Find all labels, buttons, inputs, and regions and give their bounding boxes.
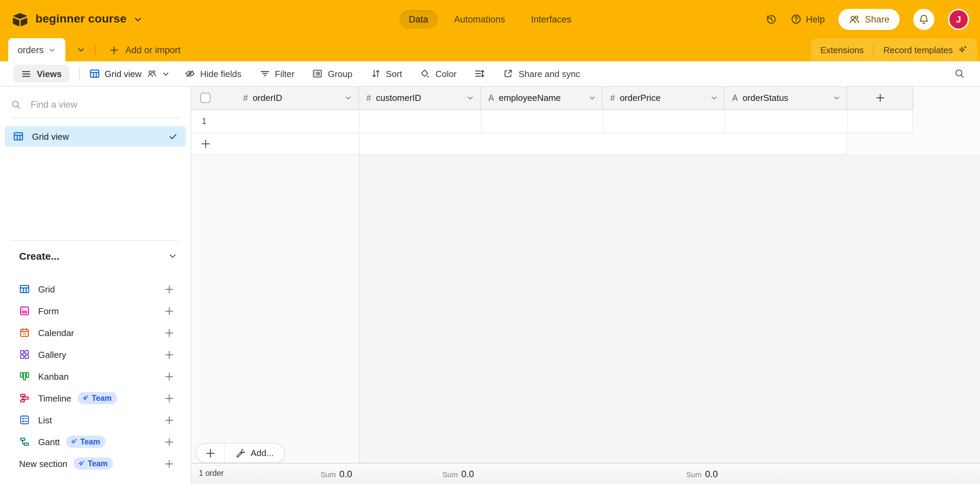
summary-value: 0.0 — [339, 469, 352, 479]
tab-data[interactable]: Data — [399, 10, 438, 28]
sidebar-view-grid-view[interactable]: Grid view — [5, 126, 186, 147]
kanban-icon — [19, 371, 30, 382]
sidebar-item-gantt[interactable]: Gantt Team — [0, 431, 191, 453]
filter-button[interactable]: Filter — [259, 68, 294, 79]
tabbar-right-divider — [873, 45, 874, 55]
table-list-chevron-icon[interactable] — [72, 38, 90, 61]
user-avatar[interactable]: J — [948, 8, 969, 30]
sidebar-item-list[interactable]: List — [0, 409, 191, 431]
current-view-button[interactable]: Grid view — [89, 68, 169, 79]
select-all-checkbox[interactable] — [200, 93, 210, 103]
tab-automations[interactable]: Automations — [444, 10, 514, 28]
share-and-sync-button[interactable]: Share and sync — [503, 68, 580, 79]
sidebar-item-timeline[interactable]: Timeline Team — [0, 387, 191, 409]
add-calendar-view-button[interactable] — [164, 327, 174, 338]
record-templates-button[interactable]: Record templates — [883, 45, 968, 55]
column-header-employeename[interactable]: A employeeName — [481, 86, 603, 110]
group-icon — [312, 68, 323, 79]
team-badge-label: Team — [92, 394, 111, 402]
add-timeline-view-button[interactable] — [164, 393, 174, 403]
sort-button[interactable]: Sort — [370, 68, 402, 79]
add-kanban-view-button[interactable] — [164, 371, 174, 382]
table-tab-orders[interactable]: orders — [8, 38, 65, 61]
sidebar-item-new-section[interactable]: New section Team — [0, 453, 191, 474]
record-templates-label: Record templates — [883, 45, 953, 55]
hide-fields-button[interactable]: Hide fields — [185, 68, 242, 79]
views-label: Views — [37, 69, 62, 79]
column-header-orderprice[interactable]: # orderPrice — [603, 86, 725, 110]
column-header-customerid[interactable]: # customerID — [359, 86, 481, 110]
chevron-down-icon[interactable] — [589, 94, 596, 102]
summary-orderid[interactable]: Sum0.0 — [270, 468, 352, 480]
gallery-icon — [19, 349, 30, 360]
team-badge: Team — [77, 392, 117, 404]
add-button-label: Add... — [251, 448, 274, 458]
sidebar-item-gallery[interactable]: Gallery — [0, 343, 191, 366]
view-chevron-down-icon — [162, 70, 170, 77]
find-view-search[interactable] — [11, 92, 180, 118]
check-icon — [168, 131, 178, 141]
table-row[interactable]: 1 — [191, 110, 913, 134]
bell-icon — [918, 13, 930, 25]
sort-label: Sort — [386, 69, 402, 79]
add-field-button[interactable] — [847, 86, 913, 110]
add-section-button[interactable] — [164, 458, 174, 469]
list-icon — [19, 414, 30, 425]
summary-customerid[interactable]: Sum0.0 — [392, 468, 474, 480]
add-grid-view-button[interactable] — [164, 284, 174, 294]
column-name: orderID — [253, 93, 282, 103]
add-gantt-view-button[interactable] — [164, 437, 174, 447]
grid-view-icon — [89, 68, 100, 79]
cell-border — [603, 110, 603, 133]
add-gallery-view-button[interactable] — [164, 349, 174, 359]
views-button[interactable]: Views — [14, 65, 69, 83]
sidebar-item-kanban[interactable]: Kanban — [0, 366, 191, 387]
add-with-ai-button[interactable]: Add... — [225, 448, 284, 458]
column-header-orderid[interactable]: # orderID — [191, 86, 359, 110]
group-button[interactable]: Group — [312, 68, 352, 79]
find-view-input[interactable] — [29, 99, 180, 110]
history-icon[interactable] — [765, 13, 777, 25]
add-record-row[interactable] — [191, 134, 847, 155]
workspace-title[interactable]: beginner course — [35, 12, 127, 26]
row-height-button[interactable] — [474, 68, 485, 79]
add-record-button[interactable] — [197, 444, 225, 462]
airtable-logo-icon[interactable] — [11, 12, 29, 26]
cell-border — [913, 110, 913, 133]
chevron-down-icon[interactable] — [710, 94, 718, 102]
add-list-view-button[interactable] — [164, 415, 174, 425]
sparkle-icon — [958, 45, 968, 55]
sparkle-icon — [78, 460, 85, 467]
search-icon[interactable] — [954, 68, 965, 79]
tab-interfaces[interactable]: Interfaces — [521, 10, 581, 28]
sidebar-item-grid[interactable]: Grid — [0, 278, 191, 300]
item-label: New section — [19, 458, 67, 469]
sidebar-item-calendar[interactable]: 31 Calendar — [0, 322, 191, 343]
number-field-icon: # — [610, 93, 615, 102]
notifications-button[interactable] — [913, 8, 934, 30]
chevron-down-icon — [168, 252, 177, 260]
workspace-chevron-down-icon[interactable] — [134, 14, 142, 24]
column-header-orderstatus[interactable]: A orderStatus — [725, 86, 847, 110]
app-bar: beginner course Data Automations Interfa… — [0, 0, 980, 38]
chevron-down-icon[interactable] — [466, 94, 474, 102]
extensions-button[interactable]: Extensions — [820, 45, 864, 55]
table-chevron-down-icon — [48, 46, 56, 54]
share-sync-label: Share and sync — [519, 69, 580, 79]
eye-slash-icon — [185, 68, 196, 79]
sidebar-item-form[interactable]: Form — [0, 300, 191, 322]
column-name: orderPrice — [620, 93, 660, 103]
chevron-down-icon[interactable] — [345, 94, 352, 102]
create-section-header[interactable]: Create... — [19, 250, 177, 262]
help-button[interactable]: Help — [791, 14, 825, 24]
record-count: 1 order — [199, 469, 224, 477]
item-label: List — [38, 415, 52, 425]
add-or-import-button[interactable]: Add or import — [103, 38, 186, 61]
color-button[interactable]: Color — [420, 68, 457, 79]
add-form-view-button[interactable] — [164, 306, 174, 316]
summary-orderprice[interactable]: Sum0.0 — [636, 468, 718, 480]
summary-label: Sum — [320, 470, 336, 479]
share-button[interactable]: Share — [838, 8, 900, 30]
cell-border — [359, 134, 360, 154]
chevron-down-icon[interactable] — [833, 94, 840, 102]
